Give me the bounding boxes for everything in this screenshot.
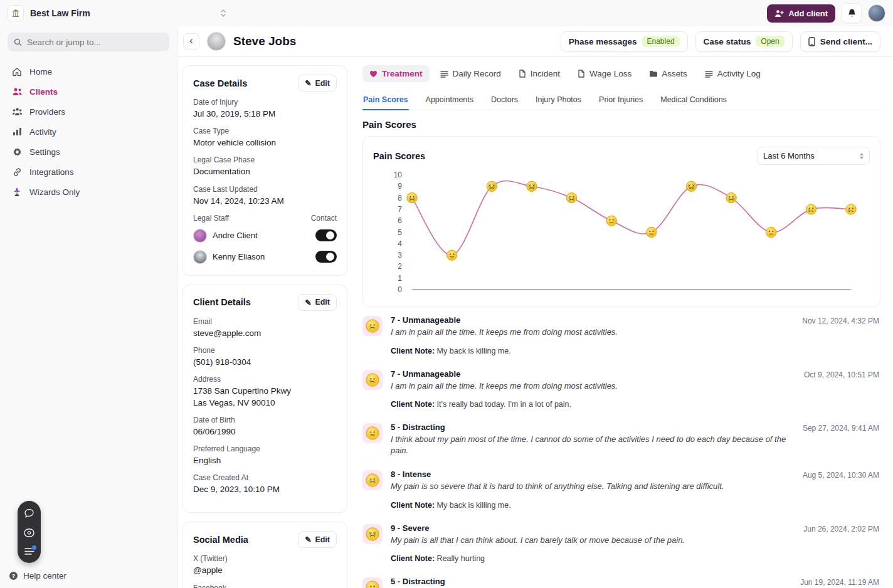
workspace-collapse-icon[interactable]: [220, 9, 226, 18]
pain-emoji-point[interactable]: [846, 204, 856, 214]
tab-activity-log[interactable]: Activity Log: [698, 65, 768, 82]
sidebar-item-activity[interactable]: Activity: [8, 122, 169, 142]
subtab-medical-conditions[interactable]: Medical Conditions: [660, 91, 727, 110]
entry-date: Oct 9, 2024, 10:51 PM: [804, 370, 879, 379]
pain-emoji-point[interactable]: [806, 204, 816, 214]
entry-description: My pain is all that I can think about. I…: [391, 535, 786, 546]
subtab-appointments[interactable]: Appointments: [425, 91, 474, 110]
sidebar-nav: HomeClientsProvidersActivitySettingsInte…: [8, 61, 169, 202]
pain-score-entry[interactable]: 7 - UnmanageableI am in pain all the tim…: [362, 307, 880, 361]
pain-score-entry[interactable]: 5 - DistractingI think about my pain mos…: [362, 569, 880, 588]
tab-label: Wage Loss: [589, 69, 631, 78]
add-client-button[interactable]: Add client: [767, 4, 835, 23]
pain-emoji-point[interactable]: [686, 181, 696, 191]
pain-score-entry[interactable]: 7 - UnmanageableI am in pain all the tim…: [362, 361, 880, 415]
case-tabs: TreatmentDaily RecordIncidentWage LossAs…: [362, 65, 880, 82]
entry-date: Jun 26, 2024, 2:02 PM: [803, 525, 879, 533]
pain-emoji-point[interactable]: [446, 250, 457, 260]
social-media-edit-button[interactable]: ✎Edit: [298, 531, 337, 548]
client-note: Client Note: It's really bad today. I'm …: [391, 400, 786, 409]
search-input[interactable]: [8, 33, 169, 51]
staff-name: Kenny Eliason: [213, 252, 310, 261]
pain-score-entries: 7 - UnmanageableI am in pain all the tim…: [362, 307, 880, 588]
client-details-edit-button[interactable]: ✎Edit: [298, 294, 337, 311]
sidebar-item-label: Activity: [29, 127, 56, 137]
case-details-edit-button[interactable]: ✎Edit: [298, 75, 337, 92]
tab-treatment[interactable]: Treatment: [362, 65, 430, 82]
pain-emoji-point[interactable]: [407, 192, 417, 202]
pain-score-entry[interactable]: 5 - DistractingI think about my pain mos…: [362, 414, 880, 461]
workspace-switcher[interactable]: Best Law Firm: [8, 5, 90, 21]
tab-label: Daily Record: [453, 69, 501, 78]
client-note: Client Note: My back is killing me.: [391, 347, 786, 355]
support-widget[interactable]: [18, 501, 41, 563]
field-row: Legal Case PhaseDocumentation: [193, 155, 337, 177]
section-title: Pain Scores: [362, 119, 880, 130]
case-status-button[interactable]: Case status Open: [695, 31, 793, 52]
client-avatar: [207, 32, 226, 51]
pain-score-entry[interactable]: 9 - SevereMy pain is all that I can thin…: [362, 515, 880, 569]
back-button[interactable]: ‹: [183, 33, 199, 50]
subtab-injury-photos[interactable]: Injury Photos: [535, 91, 582, 110]
field-label: Phone: [193, 346, 337, 355]
tab-assets[interactable]: Assets: [642, 65, 694, 82]
sidebar-item-label: Integrations: [29, 167, 74, 177]
tab-daily-record[interactable]: Daily Record: [433, 65, 508, 82]
providers-icon: [11, 107, 23, 116]
pain-scores-chart: 012345678910: [373, 169, 870, 302]
send-client-button[interactable]: Send client...: [800, 31, 880, 52]
client-note-label: Client Note:: [391, 501, 437, 510]
field-label: Case Created At: [193, 473, 337, 482]
sidebar-item-wizards-only[interactable]: Wizards Only: [8, 182, 169, 202]
bell-icon: [847, 8, 857, 18]
pain-score-entry[interactable]: 8 - IntenseMy pain is so severe that it …: [362, 461, 880, 515]
field-label: Facebook: [193, 584, 337, 588]
main-panel: ‹ Steve Jobs Phase messages Enabled Case…: [177, 26, 893, 588]
sidebar-item-providers[interactable]: Providers: [8, 102, 169, 122]
pain-emoji-point[interactable]: [527, 181, 537, 191]
search-field[interactable]: [27, 38, 163, 47]
subtab-doctors[interactable]: Doctors: [490, 91, 519, 110]
contact-toggle[interactable]: [315, 229, 337, 241]
user-avatar[interactable]: [868, 4, 885, 22]
pain-emoji-point[interactable]: [566, 192, 576, 202]
contact-toggle[interactable]: [315, 251, 337, 263]
chat-bubble-icon[interactable]: [24, 508, 34, 518]
sidebar-item-label: Providers: [29, 107, 65, 117]
legal-staff-label: Legal Staff: [193, 214, 229, 223]
phase-messages-button[interactable]: Phase messages Enabled: [561, 31, 688, 52]
svg-text:8: 8: [398, 194, 402, 202]
field-value: (501) 918-0304: [193, 357, 337, 368]
record-icon[interactable]: [24, 528, 34, 537]
pain-emoji-point[interactable]: [766, 227, 776, 237]
tab-incident[interactable]: Incident: [512, 65, 567, 82]
date-range-select[interactable]: Last 6 Months: [757, 147, 870, 165]
changelog-icon[interactable]: [24, 547, 34, 555]
sidebar-item-home[interactable]: Home: [8, 61, 169, 81]
client-note: Client Note: My back is killing me.: [391, 501, 786, 510]
svg-text:4: 4: [398, 239, 402, 248]
sidebar-item-clients[interactable]: Clients: [8, 81, 169, 102]
entry-date: Jun 19, 2024, 11:19 AM: [800, 578, 879, 587]
field-label: X (Twitter): [193, 554, 337, 563]
pain-emoji-point[interactable]: [606, 216, 616, 226]
sidebar-item-integrations[interactable]: Integrations: [8, 162, 169, 182]
subtab-prior-injuries[interactable]: Prior Injuries: [598, 91, 643, 110]
field-value: Jul 30, 2019, 5:18 PM: [193, 108, 337, 120]
client-details-title: Client Details: [193, 297, 251, 307]
pain-emoji-point[interactable]: [726, 192, 736, 202]
help-center-link[interactable]: ? Help center: [9, 571, 66, 580]
pencil-icon: ✎: [305, 298, 311, 307]
client-summary-column: Case Details✎EditDate of InjuryJul 30, 2…: [182, 65, 347, 588]
field-row: Phone(501) 918-0304: [193, 346, 337, 368]
pain-emoji-point[interactable]: [487, 181, 497, 191]
pain-emoji-point[interactable]: [647, 227, 657, 237]
tab-wage-loss[interactable]: Wage Loss: [571, 65, 638, 82]
sidebar-item-settings[interactable]: Settings: [8, 142, 169, 162]
subtab-pain-scores[interactable]: Pain Scores: [362, 91, 409, 110]
clients-icon: [11, 87, 23, 96]
staff-row: Andre Client: [193, 229, 337, 243]
case-details-card: Case Details✎EditDate of InjuryJul 30, 2…: [182, 65, 347, 276]
pain-scores-chart-card: Pain Scores Last 6 Months 012345678910: [362, 136, 880, 307]
notifications-button[interactable]: [842, 3, 862, 23]
